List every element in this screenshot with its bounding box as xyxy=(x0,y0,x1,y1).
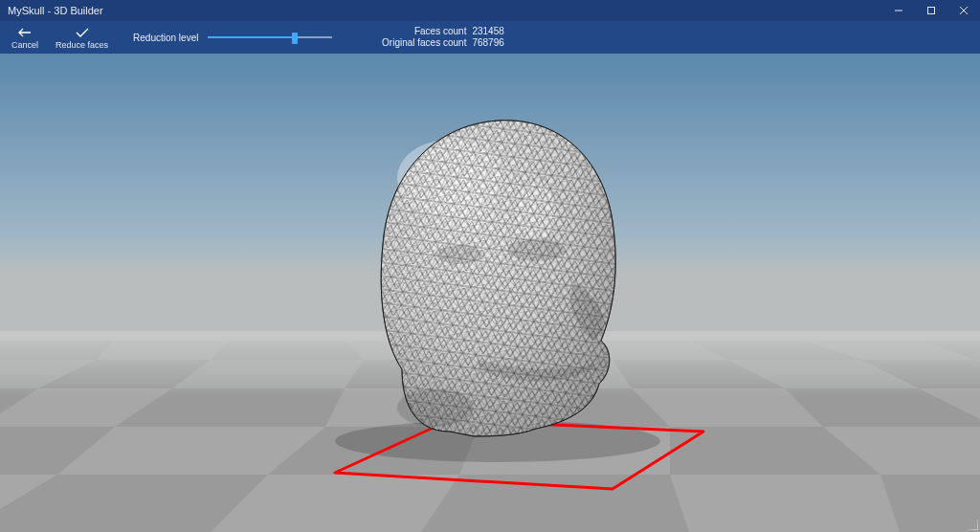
faces-count-label: Faces count xyxy=(361,26,466,37)
faces-count-value: 231458 xyxy=(472,26,514,37)
window-controls xyxy=(882,0,980,21)
svg-marker-23 xyxy=(421,475,689,532)
toolbar: Cancel Reduce faces Reduction level Face… xyxy=(0,21,980,54)
original-faces-label: Original faces count xyxy=(361,37,466,49)
close-icon xyxy=(959,6,969,15)
apply-label: Reduce faces xyxy=(56,40,108,50)
app-window: MySkull - 3D Builder Cancel Reduce faces… xyxy=(0,0,980,532)
close-button[interactable] xyxy=(947,0,980,21)
cancel-button[interactable]: Cancel xyxy=(6,21,44,54)
back-arrow-icon xyxy=(17,27,33,38)
viewport-canvas xyxy=(0,54,980,532)
reduction-slider-label: Reduction level xyxy=(133,33,198,43)
viewport-3d[interactable] xyxy=(0,54,980,532)
window-title: MySkull - 3D Builder xyxy=(8,5,103,16)
apply-button[interactable]: Reduce faces xyxy=(50,21,114,54)
svg-rect-1 xyxy=(928,8,935,14)
face-stats: Faces count 231458 Original faces count … xyxy=(361,26,514,49)
maximize-button[interactable] xyxy=(915,0,947,21)
original-faces-value: 768796 xyxy=(472,37,514,49)
minimize-button[interactable] xyxy=(882,0,915,21)
titlebar: MySkull - 3D Builder xyxy=(0,0,980,21)
slider-fill xyxy=(208,36,295,38)
resize-grip[interactable] xyxy=(963,515,980,532)
cancel-label: Cancel xyxy=(11,40,38,50)
reduction-slider[interactable] xyxy=(208,31,332,44)
minimize-icon xyxy=(894,6,903,15)
slider-thumb[interactable] xyxy=(292,33,298,44)
checkmark-icon xyxy=(75,27,90,38)
reduction-slider-group: Reduction level xyxy=(133,31,332,44)
maximize-icon xyxy=(926,6,936,15)
